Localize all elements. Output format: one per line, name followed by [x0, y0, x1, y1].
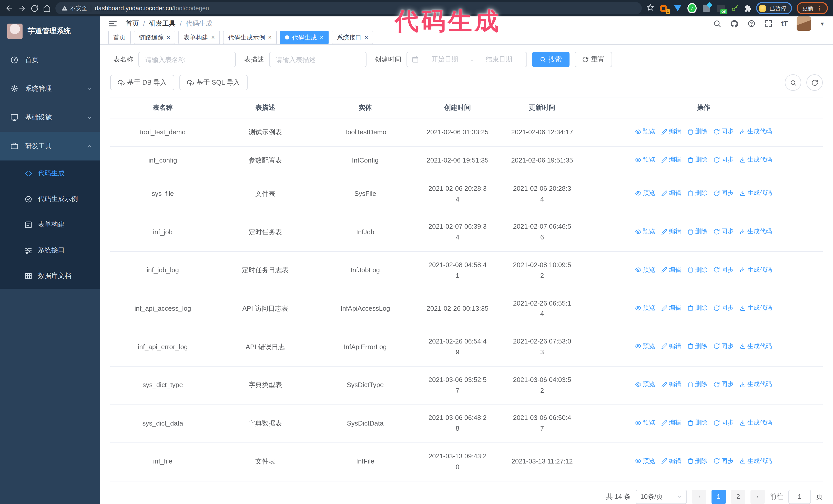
- preview-action-link[interactable]: 预览: [635, 456, 655, 466]
- generate-action-link[interactable]: 生成代码: [740, 188, 772, 198]
- close-icon[interactable]: ×: [364, 34, 368, 41]
- user-avatar[interactable]: [796, 17, 811, 31]
- refresh-table-button[interactable]: [806, 74, 823, 91]
- tab-tracing[interactable]: 链路追踪×: [134, 31, 175, 44]
- paused-badge[interactable]: 已暂停: [756, 2, 792, 14]
- table-name-input[interactable]: [138, 52, 236, 67]
- table-desc-input[interactable]: [269, 52, 366, 67]
- generate-action-link[interactable]: 生成代码: [740, 380, 772, 389]
- page-button-1[interactable]: 1: [712, 489, 726, 504]
- preview-action-link[interactable]: 预览: [635, 155, 655, 165]
- delete-action-link[interactable]: 删除: [687, 418, 708, 428]
- sidebar-item-home[interactable]: 首页: [0, 46, 100, 74]
- sidebar-subitem-db-doc[interactable]: 数据库文档: [0, 263, 100, 289]
- dark-extension-icon[interactable]: on: [716, 4, 725, 13]
- delete-action-link[interactable]: 删除: [687, 341, 708, 351]
- edit-action-link[interactable]: 编辑: [661, 226, 681, 236]
- preview-action-link[interactable]: 预览: [635, 265, 655, 274]
- sidebar-subitem-codegen[interactable]: 代码生成: [0, 161, 100, 186]
- key-extension-icon[interactable]: [731, 4, 739, 12]
- help-icon[interactable]: [747, 20, 756, 28]
- breadcrumb-item-1[interactable]: 研发工具: [149, 19, 175, 28]
- chrome-extension-icon[interactable]: 1: [659, 4, 668, 13]
- generate-action-link[interactable]: 生成代码: [740, 418, 772, 428]
- grid-extension-icon[interactable]: [702, 4, 711, 13]
- delete-action-link[interactable]: 删除: [687, 188, 708, 198]
- reset-button[interactable]: 重置: [575, 52, 612, 67]
- browser-update-button[interactable]: 更新 ⋮: [796, 2, 828, 14]
- sync-action-link[interactable]: 同步: [714, 456, 734, 466]
- app-logo[interactable]: 芋道管理系统: [0, 17, 100, 46]
- sidebar-subitem-form-builder[interactable]: 表单构建: [0, 212, 100, 237]
- close-icon[interactable]: ×: [167, 34, 170, 41]
- preview-action-link[interactable]: 预览: [635, 341, 655, 351]
- edit-action-link[interactable]: 编辑: [661, 127, 681, 136]
- close-icon[interactable]: ×: [211, 34, 215, 41]
- sync-action-link[interactable]: 同步: [714, 265, 734, 274]
- check-extension-icon[interactable]: ✓: [687, 4, 697, 13]
- edit-action-link[interactable]: 编辑: [661, 418, 681, 428]
- preview-action-link[interactable]: 预览: [635, 226, 655, 236]
- delete-action-link[interactable]: 删除: [687, 303, 708, 313]
- font-size-icon[interactable]: tT: [781, 20, 788, 28]
- edit-action-link[interactable]: 编辑: [661, 380, 681, 389]
- header-search-icon[interactable]: [713, 20, 721, 28]
- puzzle-extensions-icon[interactable]: [744, 4, 752, 12]
- edit-action-link[interactable]: 编辑: [661, 188, 681, 198]
- generate-action-link[interactable]: 生成代码: [740, 265, 772, 274]
- edit-action-link[interactable]: 编辑: [661, 265, 681, 274]
- toggle-search-button[interactable]: [785, 74, 801, 91]
- fullscreen-icon[interactable]: [764, 20, 772, 28]
- browser-menu-icon[interactable]: ⋮: [816, 5, 822, 11]
- sync-action-link[interactable]: 同步: [714, 155, 734, 165]
- user-menu-caret-icon[interactable]: ▼: [820, 21, 825, 26]
- delete-action-link[interactable]: 删除: [687, 456, 708, 466]
- page-size-select[interactable]: 10条/页: [636, 489, 687, 504]
- next-page-button[interactable]: ›: [751, 489, 765, 504]
- sync-action-link[interactable]: 同步: [714, 188, 734, 198]
- close-icon[interactable]: ×: [268, 34, 272, 41]
- generate-action-link[interactable]: 生成代码: [740, 155, 772, 165]
- gem-extension-icon[interactable]: [673, 4, 682, 13]
- preview-action-link[interactable]: 预览: [635, 127, 655, 136]
- generate-action-link[interactable]: 生成代码: [740, 226, 772, 236]
- address-bar[interactable]: 不安全 dashboard.yudao.iocoder.cn/tool/code…: [55, 2, 642, 14]
- sidebar-subitem-system-api[interactable]: 系统接口: [0, 237, 100, 263]
- browser-reload-button[interactable]: [31, 4, 39, 12]
- edit-action-link[interactable]: 编辑: [661, 456, 681, 466]
- sync-action-link[interactable]: 同步: [714, 127, 734, 136]
- preview-action-link[interactable]: 预览: [635, 188, 655, 198]
- browser-back-button[interactable]: [5, 4, 13, 12]
- search-button[interactable]: 搜索: [532, 52, 570, 67]
- tab-codegen-example[interactable]: 代码生成示例×: [223, 31, 277, 44]
- preview-action-link[interactable]: 预览: [635, 418, 655, 428]
- edit-action-link[interactable]: 编辑: [661, 303, 681, 313]
- edit-action-link[interactable]: 编辑: [661, 341, 681, 351]
- breadcrumb-item-0[interactable]: 首页: [125, 19, 139, 28]
- delete-action-link[interactable]: 删除: [687, 265, 708, 274]
- preview-action-link[interactable]: 预览: [635, 303, 655, 313]
- preview-action-link[interactable]: 预览: [635, 380, 655, 389]
- tab-codegen[interactable]: 代码生成×: [280, 31, 329, 44]
- sidebar-item-infra[interactable]: 基础设施: [0, 103, 100, 132]
- generate-action-link[interactable]: 生成代码: [740, 341, 772, 351]
- github-icon[interactable]: [730, 19, 739, 28]
- date-range-picker[interactable]: 开始日期 - 结束日期: [406, 52, 527, 67]
- tab-system-api[interactable]: 系统接口×: [332, 31, 373, 44]
- browser-home-button[interactable]: [43, 4, 51, 12]
- goto-page-input[interactable]: [788, 489, 811, 504]
- generate-action-link[interactable]: 生成代码: [740, 456, 772, 466]
- delete-action-link[interactable]: 删除: [687, 226, 708, 236]
- page-button-2[interactable]: 2: [731, 489, 745, 504]
- browser-forward-button[interactable]: [18, 4, 26, 12]
- import-db-button[interactable]: 基于 DB 导入: [110, 75, 174, 90]
- delete-action-link[interactable]: 删除: [687, 155, 708, 165]
- sync-action-link[interactable]: 同步: [714, 418, 734, 428]
- prev-page-button[interactable]: ‹: [692, 489, 706, 504]
- close-icon[interactable]: ×: [320, 34, 324, 41]
- sidebar-subitem-codegen-example[interactable]: 代码生成示例: [0, 186, 100, 212]
- sidebar-item-dev-tools[interactable]: 研发工具: [0, 132, 100, 161]
- import-sql-button[interactable]: 基于 SQL 导入: [180, 75, 248, 90]
- sync-action-link[interactable]: 同步: [714, 341, 734, 351]
- sidebar-item-system[interactable]: 系统管理: [0, 74, 100, 103]
